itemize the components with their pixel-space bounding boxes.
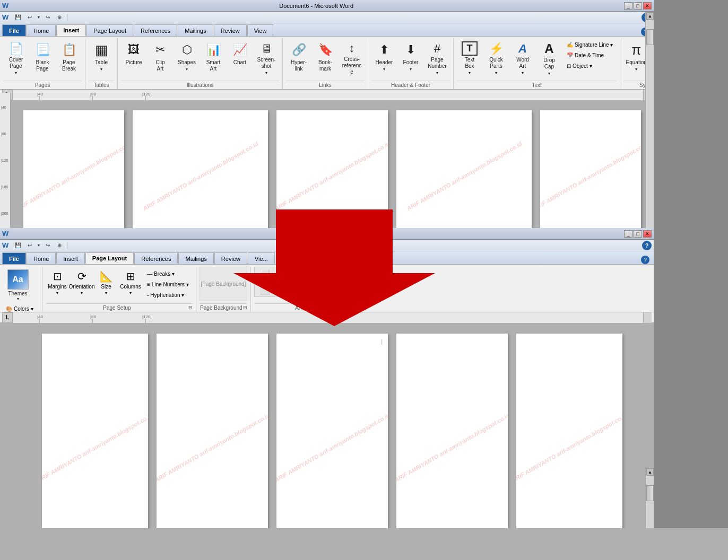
scroll-thumb[interactable] [646,29,654,45]
columns-button[interactable]: ⊞ Columns ▾ [119,267,142,299]
margins-button[interactable]: ⊡ Margins ▾ [46,267,69,299]
bottom-custom-button[interactable]: ⊕ [54,241,65,250]
colors-button[interactable]: 🎨 Colors ▾ [3,304,32,312]
wordart-button[interactable]: A WordArt ▾ [510,39,535,77]
picture-label: Picture [125,59,142,66]
bottom-help-btn[interactable]: ? [641,256,649,264]
bottom-restore-button[interactable]: □ [634,230,642,238]
quick-parts-button[interactable]: ⚡ QuickParts ▾ [483,39,509,77]
custom-qa-button[interactable]: ⊕ [54,13,65,22]
svg-text:|40: |40 [37,92,44,97]
chart-button[interactable]: 📈 Chart [227,39,253,77]
svg-text:|80: |80 [90,92,97,97]
tab-review[interactable]: Review [214,24,247,36]
ribbon-text-items: T TextBox ▾ ⚡ QuickParts ▾ A WordArt ▾ A… [457,39,617,80]
cover-page-button[interactable]: 📄 CoverPage ▾ [3,39,29,77]
orientation-arrow: ▾ [81,291,83,295]
scroll-up-button[interactable]: ▲ [646,12,654,20]
smartart-button[interactable]: 📊 SmartArt [201,39,226,77]
tab-file[interactable]: File [2,24,26,36]
bottom-tab-references[interactable]: References [134,252,178,264]
bottom-tab-insert[interactable]: Insert [56,252,85,264]
ribbon-pages-items: 📄 CoverPage ▾ 📃 BlankPage 📋 PageBreak [3,39,82,80]
footer-button[interactable]: ⬇ Footer ▾ [398,39,423,77]
bottom-tab-home[interactable]: Home [27,252,56,264]
orientation-button[interactable]: ⟳ Orientation ▾ [70,267,93,299]
undo-qa-button[interactable]: ↩ [24,13,35,22]
orientation-icon: ⟳ [77,270,86,283]
hyphenation-button[interactable]: - Hyphenation ▾ [144,290,192,300]
bottom-tab-view[interactable]: Vie... [248,252,275,264]
bottom-minimize-button[interactable]: _ [624,230,632,238]
page-break-button[interactable]: 📋 PageBreak [56,39,82,77]
table-button[interactable]: ▦ Table ▾ [89,39,114,77]
hyperlink-button[interactable]: 🔗 Hyper-link [286,39,311,77]
restore-button[interactable]: □ [634,2,642,10]
top-quick-access-toolbar: W 💾 ↩ ▾ ↪ ⊕ ? [0,12,654,23]
selection-pane-button[interactable]: ☰ SelectionPane [299,267,322,299]
clip-art-button[interactable]: ✂ ClipArt [148,39,173,77]
bottom-tab-review[interactable]: Review [214,252,247,264]
arrange-box2[interactable]: ⬜ [254,282,275,297]
line-numbers-button[interactable]: ≡ Line Numbers ▾ [144,279,192,289]
bottom-scroll-thumb[interactable] [646,485,654,501]
blank-page-label: BlankPage [36,59,49,72]
bottom-undo-dropdown[interactable]: ▾ [36,241,41,250]
date-time-button[interactable]: 📅 Date & Time [564,50,616,60]
object-button[interactable]: ⊡ Object ▾ [564,61,616,71]
redo-qa-button[interactable]: ↪ [42,13,53,22]
line-numbers-icon: ≡ [147,282,150,287]
drop-cap-button[interactable]: A DropCap ▾ [536,39,562,77]
bottom-watermark-3: ARIF AMRIYANTO arif-amriyanto.blogspot.c… [276,412,388,484]
bottom-watermark-1: ARIF AMRIYANTO arif-amriyanto.blogspot.c… [42,412,148,484]
tab-insert[interactable]: Insert [56,24,86,36]
header-footer-group-label: Header & Footer [371,81,450,89]
undo-dropdown-button[interactable]: ▾ [36,13,41,22]
arrange-box1[interactable]: ⬜ [254,267,275,282]
tab-references[interactable]: References [134,24,177,36]
screenshot-arrow: ▾ [265,71,267,75]
rotate-button[interactable]: ↻ Rotate ▾ [324,287,355,296]
blank-page-button[interactable]: 📃 BlankPage [30,39,55,77]
group-button[interactable]: ⊞ Group ▾ [324,277,355,286]
bottom-close-button[interactable]: ✕ [643,230,652,238]
themes-button[interactable]: Aa Themes ▾ [3,267,32,304]
page-3: ARIF AMRIYANTO arif-amriyanto.blogspot.c… [276,110,388,242]
ribbon-illustrations-items: 🖼 Picture ✂ ClipArt ⬡ Shapes ▾ 📊 SmartAr… [121,39,279,80]
breaks-button[interactable]: — Breaks ▾ [144,269,192,278]
page-bg-dialog-btn[interactable]: ⊟ [243,305,247,310]
bottom-tab-mailings[interactable]: Mailings [178,252,213,264]
page-background-placeholder: [Page Background] [200,267,247,301]
screenshot-button[interactable]: 🖥 Screen-shot ▾ [254,39,279,77]
bottom-save-button[interactable]: 💾 [13,241,23,250]
bottom-scroll-up-button[interactable]: ▲ [646,468,654,476]
bottom-tab-file[interactable]: File [2,252,26,264]
tab-view[interactable]: View [247,24,274,36]
bottom-ruler-corner[interactable]: L [2,312,13,323]
bottom-undo-button[interactable]: ↩ [24,241,35,250]
quick-parts-label: QuickParts [489,57,503,69]
align-button[interactable]: ≡ Align ▾ [324,267,355,276]
save-qa-button[interactable]: 💾 [13,13,23,22]
minimize-button[interactable]: _ [624,2,632,10]
picture-button[interactable]: 🖼 Picture [121,39,146,77]
size-button[interactable]: 📐 Size ▾ [94,267,118,299]
page-setup-dialog-btn[interactable]: ⊟ [188,305,193,310]
bottom-ribbon: Aa Themes ▾ 🎨 Colors ▾ A Fonts ▾ ✨ Ef [0,265,654,312]
textbox-button[interactable]: T TextBox ▾ [457,39,482,77]
send-backward-button[interactable]: ⬇ [276,282,298,297]
bottom-tab-page-layout[interactable]: Page Layout [85,252,134,264]
signature-line-button[interactable]: ✍ Signature Line ▾ [564,40,616,49]
bookmark-button[interactable]: 🔖 Book-mark [313,39,338,77]
header-button[interactable]: ⬆ Header ▾ [371,39,397,77]
page-number-button[interactable]: # PageNumber ▾ [424,39,450,77]
shapes-button[interactable]: ⬡ Shapes ▾ [174,39,200,77]
tab-page-layout[interactable]: Page Layout [86,24,133,36]
tab-home[interactable]: Home [27,24,56,36]
bring-forward-button[interactable]: ⬆ [276,267,298,282]
close-button[interactable]: ✕ [643,2,652,10]
cross-reference-button[interactable]: ↕ Cross-reference [339,39,365,77]
bottom-help-button[interactable]: ? [642,241,652,250]
tab-mailings[interactable]: Mailings [178,24,213,36]
bottom-redo-button[interactable]: ↪ [42,241,53,250]
